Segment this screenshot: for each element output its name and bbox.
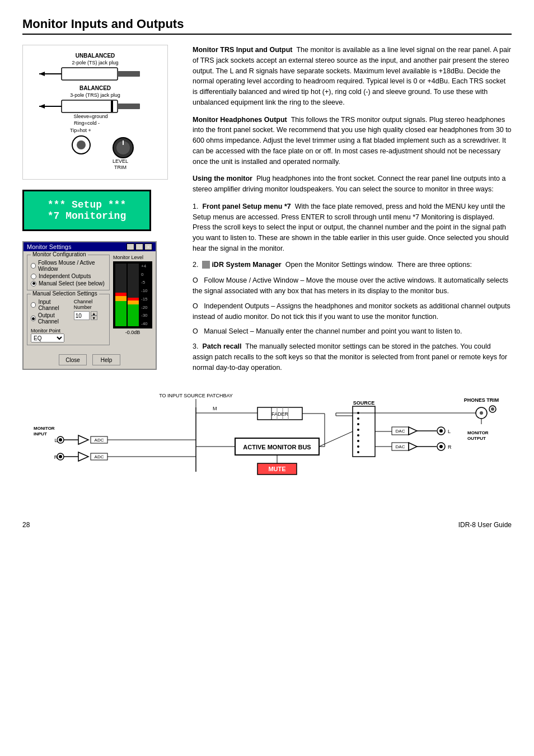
product-name: IDR-8 User Guide: [458, 521, 512, 529]
monitor-headphones-title: Monitor Headphones Output: [193, 116, 291, 124]
page-footer: 28 IDR-8 User Guide: [22, 521, 512, 529]
monitor-trs-text: Monitor TRS Input and Output The monitor…: [193, 45, 512, 108]
channel-number-input[interactable]: [74, 311, 90, 320]
svg-text:SOURCE: SOURCE: [353, 400, 375, 406]
idr-icon: [202, 261, 210, 269]
monitor-item-2: 2. iDR System Manager Open the Monitor S…: [193, 260, 512, 270]
setup-line1: *** Setup ***: [30, 199, 144, 210]
monitor-point-select[interactable]: EQ: [31, 334, 64, 342]
trs-diagram: UNBALANCED 2-pole (TS) jack plug BALANCE…: [22, 45, 168, 180]
monitor-trs-section: Monitor TRS Input and Output The monitor…: [193, 45, 512, 108]
radio-independent-label: Independent Outputs: [39, 273, 91, 279]
using-monitor-section: Using the monitor Plug headphones into t…: [193, 173, 512, 373]
svg-text:DAC: DAC: [396, 429, 405, 434]
monitor-headphones-section: Monitor Headphones Output This follows t…: [193, 115, 512, 167]
svg-point-66: [357, 429, 359, 431]
left-column: UNBALANCED 2-pole (TS) jack plug BALANCE…: [22, 45, 179, 379]
svg-rect-3: [118, 71, 140, 77]
monitor-trs-title: Monitor TRS Input and Output: [193, 46, 296, 54]
win-maximize-btn[interactable]: □: [135, 243, 143, 250]
svg-text:TRIM: TRIM: [114, 165, 127, 170]
monitor-options: O Follow Mouse / Active Window – Move th…: [193, 275, 512, 337]
win-titlebar: Monitor Settings _ □ ×: [24, 242, 156, 251]
svg-text:UNBALANCED: UNBALANCED: [76, 53, 115, 59]
svg-point-94: [491, 407, 494, 411]
svg-point-64: [357, 417, 359, 420]
win-left-panel: Monitor Configuration Follows Mouse / Ac…: [27, 255, 110, 349]
svg-text:3-pole (TRS) jack plug: 3-pole (TRS) jack plug: [70, 92, 120, 98]
svg-rect-10: [111, 101, 113, 112]
manual-settings-group: Manual Selection Settings Input Channel: [27, 294, 110, 345]
config-option-1[interactable]: Follows Mouse / Active Window: [31, 260, 106, 272]
monitor-config-content: Follows Mouse / Active Window Independen…: [31, 260, 106, 287]
help-button[interactable]: Help: [92, 354, 120, 365]
svg-text:FADER: FADER: [271, 411, 289, 417]
win-footer: Close Help: [24, 352, 156, 369]
radio-follows-mouse-label: Follows Mouse / Active Window: [38, 260, 106, 272]
win-title: Monitor Settings: [27, 243, 71, 250]
svg-point-68: [357, 440, 359, 442]
svg-text:BALANCED: BALANCED: [79, 85, 111, 91]
setup-line2: *7 Monitoring: [30, 210, 144, 222]
svg-text:Sleeve=ground: Sleeve=ground: [74, 114, 108, 119]
svg-point-65: [357, 423, 359, 425]
signal-flow-svg: TO INPUT SOURCE PATCHBAY MONITOR INPUT L…: [22, 391, 512, 503]
channel-number-label: Channel Number: [74, 299, 106, 310]
radio-output-ch-label: Output Channel: [38, 312, 71, 325]
svg-text:MONITOR: MONITOR: [467, 430, 489, 435]
win-close-btn[interactable]: ×: [144, 243, 152, 250]
db-label: -0.0dB: [113, 330, 152, 335]
win-controls[interactable]: _ □ ×: [127, 243, 152, 250]
svg-rect-8: [62, 100, 118, 112]
signal-flow-diagram: TO INPUT SOURCE PATCHBAY MONITOR INPUT L…: [22, 391, 512, 504]
svg-text:ADC: ADC: [95, 438, 104, 443]
manual-settings-content: Input Channel Output Channel Chann: [31, 299, 106, 342]
manual-option-output[interactable]: Output Channel: [31, 312, 71, 325]
svg-point-17: [77, 140, 86, 149]
config-option-2[interactable]: Independent Outputs: [31, 273, 106, 279]
svg-marker-75: [409, 427, 417, 435]
config-option-3[interactable]: Manual Select (see below): [31, 280, 106, 287]
monitor-settings-window: Monitor Settings _ □ × Monitor Configura…: [22, 241, 157, 370]
svg-text:TO INPUT SOURCE PATCHBAY: TO INPUT SOURCE PATCHBAY: [159, 393, 233, 398]
svg-rect-9: [118, 104, 140, 109]
svg-text:Tip=hot +: Tip=hot +: [70, 128, 91, 133]
monitor-item-1: 1. Front panel Setup menu *7 With the fa…: [193, 201, 512, 254]
radio-input-ch[interactable]: [31, 302, 36, 308]
svg-text:DAC: DAC: [396, 444, 405, 449]
radio-manual[interactable]: [31, 281, 36, 287]
monitor-item-3: 3. Patch recall The manually selected mo…: [193, 341, 512, 373]
win-minimize-btn[interactable]: _: [127, 243, 134, 250]
svg-text:R: R: [448, 444, 452, 450]
svg-marker-31: [78, 435, 88, 444]
close-button[interactable]: Close: [59, 354, 87, 365]
svg-point-37: [59, 455, 62, 458]
channel-down-btn[interactable]: ▼: [91, 316, 97, 320]
right-column: Monitor TRS Input and Output The monitor…: [193, 45, 512, 379]
manual-option-input[interactable]: Input Channel: [31, 299, 71, 311]
svg-rect-2: [62, 68, 118, 80]
svg-text:LEVEL: LEVEL: [113, 158, 128, 164]
radio-manual-label: Manual Select (see below): [39, 280, 105, 287]
svg-point-69: [357, 445, 359, 448]
svg-point-78: [439, 429, 443, 433]
svg-text:M: M: [213, 406, 217, 411]
channel-up-btn[interactable]: ▲: [91, 311, 97, 316]
page: Monitor Inputs and Outputs UNBALANCED 2-…: [0, 0, 534, 756]
svg-marker-39: [78, 452, 88, 461]
svg-marker-83: [409, 443, 417, 450]
svg-text:ADC: ADC: [95, 454, 104, 459]
svg-marker-5: [39, 72, 45, 76]
radio-follows-mouse[interactable]: [31, 263, 36, 269]
svg-text:ACTIVE MONITOR BUS: ACTIVE MONITOR BUS: [243, 444, 311, 450]
svg-rect-62: [353, 406, 375, 457]
svg-point-86: [439, 445, 443, 448]
main-content: UNBALANCED 2-pole (TS) jack plug BALANCE…: [22, 45, 512, 379]
svg-point-92: [480, 411, 483, 415]
monitor-headphones-text: Monitor Headphones Output This follows t…: [193, 115, 512, 167]
radio-independent[interactable]: [31, 274, 36, 279]
radio-output-ch[interactable]: [31, 316, 36, 321]
svg-text:Ring=cold -: Ring=cold -: [74, 120, 100, 126]
page-title: Monitor Inputs and Outputs: [22, 17, 184, 31]
monitor-point-label: Monitor Point: [31, 328, 106, 334]
